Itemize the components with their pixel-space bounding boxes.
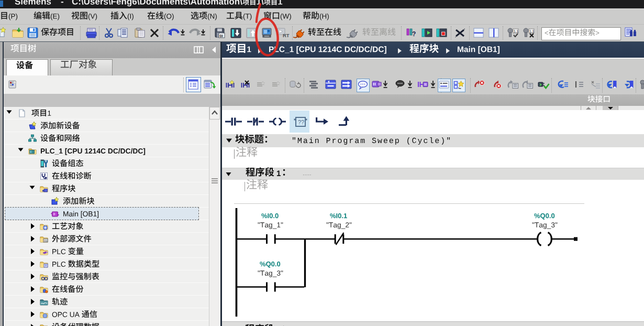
svg-text:01: 01: [44, 239, 47, 242]
svg-text:1.1: 1.1: [514, 29, 518, 33]
svg-text:1.1: 1.1: [529, 29, 534, 33]
svg-text:?: ?: [412, 30, 416, 38]
svg-text:??: ??: [298, 119, 304, 125]
svg-text:0I: 0I: [220, 34, 223, 38]
